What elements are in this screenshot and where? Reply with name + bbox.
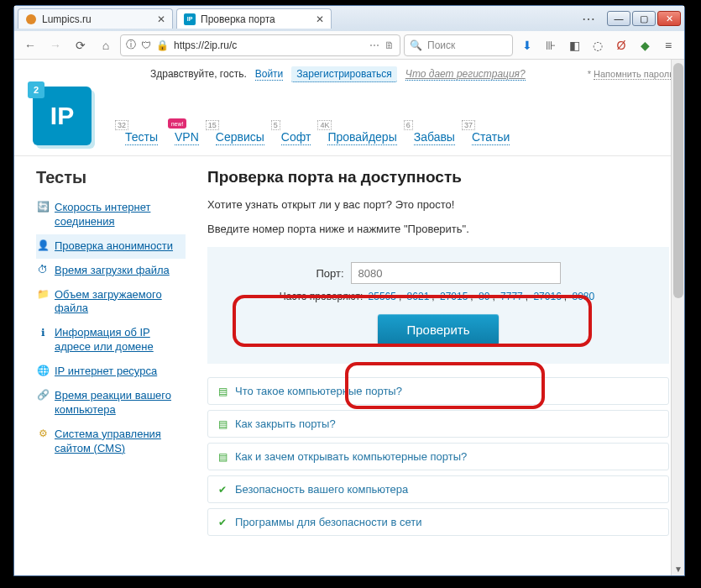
sidebar-item-ipinfo[interactable]: ℹИнформация об IP адресе или домене: [36, 321, 186, 360]
accordion-item[interactable]: ▤ Как и зачем открывать компьютерные пор…: [207, 443, 669, 470]
browser-tab-lumpics[interactable]: Lumpics.ru ✕: [18, 8, 173, 29]
frequent-ports: Часто проверяют: 25565, 8621, 27015, 80,…: [219, 291, 657, 302]
user-icon: 👤: [36, 239, 50, 253]
tab-overflow-icon[interactable]: ⋯: [575, 11, 602, 27]
accordion-label: Что такое компьютерные порты?: [235, 385, 402, 397]
svg-point-0: [26, 14, 36, 24]
intro-text-2: Введите номер порта ниже и нажмите "Пров…: [207, 223, 669, 235]
search-bar[interactable]: 🔍 Поиск: [404, 34, 513, 56]
nav-soft[interactable]: 5 Софт: [281, 130, 311, 145]
back-button[interactable]: ←: [19, 34, 41, 56]
main-nav: 32 Тесты new! VPN 15 Сервисы 5 Софт 4K: [125, 130, 510, 145]
file-icon: 📁: [36, 288, 50, 302]
doc-icon: ▤: [217, 451, 228, 463]
nav-services[interactable]: 15 Сервисы: [216, 130, 264, 145]
freq-port-link[interactable]: 27016: [533, 291, 561, 302]
nav-bar: ← → ⟳ ⌂ ⓘ 🛡 🔒 https://2ip.ru/c ⋯ 🗎 🔍 Пои…: [14, 31, 684, 60]
download-icon[interactable]: ⬇: [520, 38, 535, 53]
register-link[interactable]: Зарегистрироваться: [291, 66, 396, 82]
sidebar: Тесты 🔄Скорость интернет соединения 👤Про…: [36, 168, 186, 541]
nav-tests[interactable]: 32 Тесты: [125, 130, 158, 145]
reader-icon[interactable]: 🗎: [385, 39, 395, 51]
ip-icon: ℹ: [36, 326, 50, 339]
nav-articles[interactable]: 37 Статьи: [472, 130, 510, 145]
intro-text-1: Хотите узнать открыт ли у вас порт? Это …: [207, 198, 669, 211]
nav-sup: 15: [206, 120, 219, 130]
browser-tab-2ip[interactable]: IP Проверка порта ✕: [176, 8, 332, 29]
sidebar-item-cms[interactable]: ⚙Система управления сайтом (CMS): [36, 423, 186, 461]
user-top-bar: Здравствуйте, гость. Войти Зарегистриров…: [140, 60, 684, 83]
site-logo[interactable]: 2 IP: [33, 87, 103, 145]
nav-vpn[interactable]: new! VPN: [175, 130, 199, 145]
sidebar-item-loadtime[interactable]: ⏱Время загрузки файла: [36, 259, 186, 283]
sidebar-item-speed[interactable]: 🔄Скорость интернет соединения: [36, 196, 186, 234]
accordion-item[interactable]: ▤ Что такое компьютерные порты?: [207, 377, 669, 405]
nav-fun[interactable]: 6 Забавы: [414, 130, 455, 145]
nav-providers[interactable]: 4K Провайдеры: [327, 130, 396, 145]
noscript-icon[interactable]: Ø: [614, 38, 629, 53]
doc-icon: ▤: [217, 386, 228, 397]
freq-port-link[interactable]: 25565: [369, 291, 396, 302]
freq-port-link[interactable]: 27015: [440, 291, 468, 302]
search-placeholder: Поиск: [427, 39, 455, 51]
reload-button[interactable]: ⟳: [70, 34, 92, 56]
home-button[interactable]: ⌂: [95, 34, 117, 56]
freq-port-link[interactable]: 80: [479, 291, 489, 302]
menu-icon[interactable]: ≡: [661, 38, 676, 53]
page-content: ▲ ▼ Здравствуйте, гость. Войти Зарегистр…: [14, 60, 684, 575]
remind-password-link[interactable]: Напомнить пароль: [594, 69, 674, 80]
shield-icon[interactable]: 🛡: [141, 39, 151, 51]
sidebar-item-siteip[interactable]: 🌐IP интернет ресурса: [36, 360, 186, 384]
lock-icon: 🔒: [156, 39, 169, 51]
close-icon[interactable]: ✕: [157, 13, 165, 25]
freq-port-link[interactable]: 8080: [572, 291, 594, 302]
favicon-icon: IP: [184, 13, 196, 25]
minimize-button[interactable]: —: [607, 11, 630, 26]
forward-button[interactable]: →: [44, 34, 66, 56]
page-title: Проверка порта на доступность: [207, 168, 669, 186]
sidebar-item-label: Объем загружаемого файла: [55, 288, 162, 315]
sidebar-item-filesize[interactable]: 📁Объем загружаемого файла: [36, 283, 186, 322]
greeting-text: Здравствуйте, гость.: [150, 68, 247, 80]
what-gives-link[interactable]: Что дает регистрация?: [405, 68, 526, 81]
accordion-item[interactable]: ▤ Как закрыть порты?: [207, 410, 669, 438]
nav-label: Статьи: [472, 130, 510, 144]
sidebar-item-ping[interactable]: 🔗Время реакции вашего компьютера: [36, 384, 186, 423]
extension-icon[interactable]: ◆: [637, 38, 652, 53]
sidebar-item-label: Время загрузки файла: [55, 264, 170, 276]
clock-icon: ⏱: [36, 264, 50, 277]
refresh-icon: 🔄: [36, 201, 50, 214]
sync-icon[interactable]: ◌: [590, 38, 605, 53]
nav-label: Тесты: [125, 130, 158, 144]
browser-window: Lumpics.ru ✕ IP Проверка порта ✕ ⋯ — ▢ ✕…: [13, 5, 685, 576]
url-bar[interactable]: ⓘ 🛡 🔒 https://2ip.ru/c ⋯ 🗎: [120, 34, 400, 56]
library-icon[interactable]: ⊪: [543, 38, 558, 53]
sidebar-item-label: Проверка анонимности: [55, 239, 173, 252]
check-button[interactable]: Проверить: [378, 314, 498, 345]
globe-icon: 🌐: [36, 365, 50, 378]
scroll-down-icon[interactable]: ▼: [672, 562, 684, 575]
freq-port-link[interactable]: 7777: [500, 291, 523, 302]
logo-square: 2: [28, 81, 44, 98]
gear-icon: ⚙: [36, 428, 50, 441]
sidebar-item-anon[interactable]: 👤Проверка анонимности: [36, 234, 186, 259]
accordion-label: Как и зачем открывать компьютерные порты…: [235, 450, 467, 463]
nav-label: Провайдеры: [327, 130, 396, 144]
port-input[interactable]: [351, 262, 561, 284]
accordion-item[interactable]: ✔ Программы для безопасности в сети: [207, 508, 669, 536]
url-text: https://2ip.ru/c: [174, 39, 237, 51]
nav-label: Софт: [281, 130, 311, 144]
info-icon[interactable]: ⓘ: [126, 38, 136, 52]
scrollbar[interactable]: ▲ ▼: [671, 60, 684, 575]
freq-port-link[interactable]: 8621: [407, 291, 430, 302]
scroll-thumb[interactable]: [673, 63, 683, 298]
accordion-item[interactable]: ✔ Безопасность вашего компьютера: [207, 475, 669, 503]
close-icon[interactable]: ✕: [316, 13, 324, 25]
maximize-button[interactable]: ▢: [632, 11, 656, 26]
sidebar-icon[interactable]: ◧: [567, 38, 582, 53]
nav-label: Сервисы: [216, 130, 264, 144]
window-close-button[interactable]: ✕: [657, 11, 681, 26]
nav-label: VPN: [175, 130, 199, 144]
login-link[interactable]: Войти: [255, 68, 284, 81]
link-icon: 🔗: [36, 389, 50, 402]
